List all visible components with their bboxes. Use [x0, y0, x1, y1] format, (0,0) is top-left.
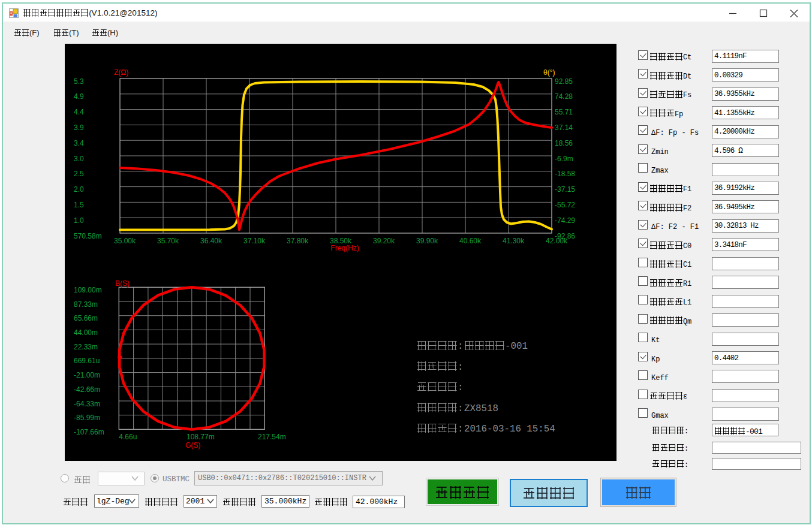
svg-text:18.56: 18.56	[555, 139, 573, 147]
svg-text:35.70k: 35.70k	[157, 237, 179, 245]
svg-text:2.5: 2.5	[74, 170, 84, 178]
svg-text:109.00m: 109.00m	[74, 286, 102, 294]
svg-text:41.30k: 41.30k	[503, 237, 525, 245]
svg-text:1.0: 1.0	[74, 216, 84, 225]
svg-text:92.85: 92.85	[555, 77, 573, 86]
svg-text:-21.00m: -21.00m	[74, 371, 100, 379]
svg-text:669.61u: 669.61u	[74, 357, 100, 365]
svg-text:570.58m: 570.58m	[74, 232, 102, 240]
svg-text:4.4: 4.4	[74, 108, 84, 116]
svg-text:37.10k: 37.10k	[243, 237, 266, 245]
svg-text:-64.33m: -64.33m	[74, 400, 100, 408]
svg-text:Freq(Hz): Freq(Hz)	[330, 244, 359, 252]
svg-text:-6.9m: -6.9m	[555, 155, 573, 163]
svg-text:65.66m: 65.66m	[74, 314, 98, 322]
svg-text:-55.72: -55.72	[555, 201, 575, 209]
svg-text:4.9: 4.9	[74, 92, 84, 101]
svg-text:-37.15: -37.15	[555, 185, 575, 194]
svg-text:3.0: 3.0	[74, 155, 84, 163]
svg-text:108.77m: 108.77m	[187, 433, 215, 441]
svg-text:3.9: 3.9	[74, 123, 84, 132]
svg-text:217.54m: 217.54m	[258, 433, 286, 441]
svg-text:-107.66m: -107.66m	[74, 428, 104, 436]
svg-text:87.33m: 87.33m	[74, 300, 98, 309]
svg-text:39.90k: 39.90k	[416, 237, 438, 245]
svg-text:37.14: 37.14	[555, 123, 573, 132]
svg-text:39.20k: 39.20k	[373, 237, 395, 245]
svg-text:B(S): B(S)	[115, 279, 130, 288]
svg-text:37.80k: 37.80k	[287, 237, 309, 245]
svg-text:2.0: 2.0	[74, 185, 84, 194]
svg-text:42.00k: 42.00k	[546, 237, 568, 245]
svg-text:40.60k: 40.60k	[459, 237, 482, 245]
svg-text:1.5: 1.5	[74, 201, 84, 209]
svg-text:74.28: 74.28	[555, 92, 573, 101]
svg-text:5.3: 5.3	[74, 77, 84, 86]
svg-text:-18.58: -18.58	[555, 170, 575, 178]
svg-text:-74.29: -74.29	[555, 216, 575, 225]
svg-text:Z(Ω): Z(Ω)	[114, 68, 128, 77]
svg-text:44.00m: 44.00m	[74, 328, 98, 337]
svg-text:35.00k: 35.00k	[114, 237, 136, 245]
svg-text:3.4: 3.4	[74, 139, 84, 147]
svg-text:22.33m: 22.33m	[74, 343, 98, 351]
svg-text:-85.99m: -85.99m	[74, 414, 100, 422]
svg-text:4.66u: 4.66u	[119, 433, 137, 441]
svg-text:θ(°): θ(°)	[543, 68, 555, 77]
svg-text:-42.66m: -42.66m	[74, 385, 100, 394]
svg-text:55.71: 55.71	[555, 108, 573, 116]
svg-text:G(S): G(S)	[185, 441, 200, 449]
svg-text:36.40k: 36.40k	[200, 237, 222, 245]
